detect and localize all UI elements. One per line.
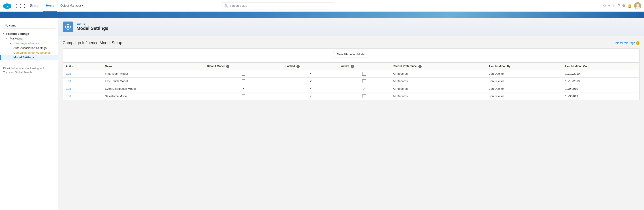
salesforce-logo[interactable]: ☁	[3, 1, 12, 10]
checkbox	[242, 79, 245, 83]
help-link-text: Help for this Page	[614, 42, 635, 45]
edit-link[interactable]: Edit	[66, 79, 71, 83]
chevron-down-icon: ▾	[82, 4, 83, 7]
checkbox	[362, 79, 366, 83]
app-grid-icon[interactable]: ⋮⋮⋮	[14, 3, 26, 8]
top-nav: ☁ ⋮⋮⋮ Setup Home Object Manager ▾ 🔍 ☆ ▾ …	[0, 0, 644, 12]
cell-active	[338, 92, 390, 100]
search-container: 🔍	[222, 2, 334, 10]
setup-label-small: SETUP	[76, 23, 108, 26]
section-title: Campaign Influence Model Setup	[63, 41, 122, 45]
cell-active	[338, 77, 390, 85]
expand-icon: ▾	[6, 37, 9, 40]
col-last-modified-by: Last Modified By	[486, 63, 562, 70]
cell-record-preference: All Records	[390, 85, 486, 92]
cell-last-modified-by: Jon Duelfer	[486, 70, 562, 78]
svg-point-5	[636, 4, 639, 6]
cell-default-model	[204, 70, 282, 78]
checkmark-icon: ✓	[309, 94, 312, 98]
col-locked: Locked i	[283, 63, 338, 70]
col-action: Action	[63, 63, 102, 70]
cell-name: Salesforce Model	[102, 92, 204, 100]
col-active: Active i	[338, 63, 390, 70]
sidebar-note: Didn't find what you're looking for? Try…	[0, 64, 58, 77]
marketing-label: Marketing	[10, 37, 22, 40]
new-attribution-model-button[interactable]: New Attribution Model	[333, 51, 369, 57]
auto-association-label: Auto-Association Settings	[14, 46, 46, 50]
info-record-pref-icon[interactable]: i	[418, 65, 422, 68]
user-avatar[interactable]	[634, 2, 641, 10]
checkbox	[362, 94, 366, 98]
checkbox	[242, 72, 245, 76]
cell-record-preference: All Records	[390, 77, 486, 85]
edit-link[interactable]: Edit	[66, 87, 71, 90]
cell-locked: ✓	[283, 70, 338, 78]
page-title: Model Settings	[76, 26, 108, 31]
sidebar-item-model-settings[interactable]: Model Settings	[0, 55, 58, 60]
settings-icon[interactable]: ⚙	[622, 4, 625, 8]
page-header-icon	[63, 22, 74, 32]
sidebar: 🔍 ▾ Feature Settings ▾ Marketing ▾ Campa…	[0, 18, 58, 210]
table-header: Action Name Default Model i Locked i	[63, 63, 639, 70]
cell-last-modified-by: Jon Duelfer	[486, 92, 562, 100]
cell-record-preference: All Records	[390, 70, 486, 78]
table-btn-row: New Attribution Model	[63, 49, 639, 63]
data-table: Action Name Default Model i Locked i	[63, 63, 639, 100]
sidebar-search-input[interactable]	[3, 22, 55, 29]
global-search-input[interactable]	[222, 2, 334, 10]
cell-last-modified-by: Jon Duelfer	[486, 77, 562, 85]
col-default-model: Default Model i	[204, 63, 282, 70]
sub-nav	[0, 12, 644, 18]
object-manager-tab[interactable]: Object Manager ▾	[57, 0, 86, 12]
sidebar-search-icon: 🔍	[4, 24, 8, 27]
sidebar-item-auto-association[interactable]: Auto-Association Settings	[0, 46, 58, 50]
notifications-icon[interactable]: 🔔	[628, 4, 632, 8]
header-row: Action Name Default Model i Locked i	[63, 63, 639, 70]
main-layout: 🔍 ▾ Feature Settings ▾ Marketing ▾ Campa…	[0, 18, 644, 210]
checkmark-icon: ✓	[309, 79, 312, 83]
help-link[interactable]: Help for this Page ?	[614, 41, 640, 45]
star-icon[interactable]: ☆	[603, 4, 606, 8]
expand-icon: ▾	[3, 33, 5, 35]
checkmark-icon: ✓	[309, 87, 312, 90]
table-row: Edit Even Distribution Model ✓ ✓ ✓ All R…	[63, 85, 639, 92]
cell-active	[338, 70, 390, 78]
help-icon[interactable]: ?	[618, 4, 620, 8]
cell-action: Edit	[63, 70, 102, 78]
campaign-influence-settings-label: Campaign Influence Settings	[14, 51, 50, 54]
edit-link[interactable]: Edit	[66, 94, 71, 98]
not-found-text: Didn't find what you're looking for?	[3, 67, 44, 70]
info-locked-icon[interactable]: i	[296, 65, 300, 68]
checkmark-icon: ✓	[309, 72, 312, 75]
help-circle-icon: ?	[636, 41, 640, 45]
svg-text:☁: ☁	[6, 5, 9, 8]
dropdown-icon[interactable]: ▾	[608, 4, 610, 7]
global-search-text: Try using Global Search.	[3, 71, 33, 74]
sidebar-item-campaign-influence[interactable]: ▾ Campaign Influence	[0, 41, 58, 46]
cell-name: Even Distribution Model	[102, 85, 204, 92]
checkbox	[242, 94, 245, 98]
info-active-icon[interactable]: i	[351, 65, 354, 68]
home-tab[interactable]: Home	[43, 0, 57, 12]
top-right-icons: ☆ ▾ ＋ ? ⚙ 🔔	[603, 2, 641, 10]
table-row: Edit Salesforce Model ✓ All Records Jon …	[63, 92, 639, 100]
cell-locked: ✓	[283, 85, 338, 92]
sidebar-item-campaign-influence-settings[interactable]: Campaign Influence Settings	[0, 50, 58, 55]
cell-last-modified-by: Jon Duelfer	[486, 85, 562, 92]
cell-record-preference: All Records	[390, 92, 486, 100]
content-area: SETUP Model Settings Campaign Influence …	[58, 18, 644, 210]
cell-last-modified-on: 10/10/2019	[562, 77, 639, 85]
edit-link[interactable]: Edit	[66, 72, 71, 75]
cell-action: Edit	[63, 85, 102, 92]
cell-default-model	[204, 77, 282, 85]
page-header-text: SETUP Model Settings	[76, 23, 108, 31]
content-body: Campaign Influence Model Setup Help for …	[58, 36, 644, 105]
add-icon[interactable]: ＋	[612, 3, 616, 8]
search-icon: 🔍	[224, 4, 228, 8]
checkmark-icon: ✓	[363, 87, 366, 90]
sidebar-item-marketing[interactable]: ▾ Marketing	[0, 36, 58, 41]
sidebar-item-feature-settings[interactable]: ▾ Feature Settings	[0, 31, 58, 36]
info-default-model-icon[interactable]: i	[226, 65, 229, 68]
campaign-influence-label: Campaign Influence	[14, 42, 40, 45]
page-header: SETUP Model Settings	[58, 18, 644, 36]
